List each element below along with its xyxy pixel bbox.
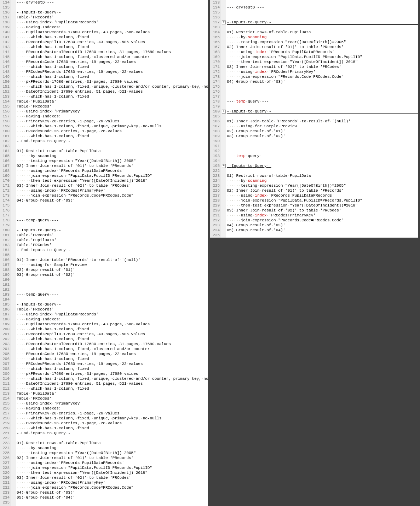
- code-line[interactable]: ····PrimaryKey·26·entries,·1·page,·26·va…: [17, 119, 208, 124]
- code-line[interactable]: 03)·Inner·Join·result·of·'02)'·to·table·…: [227, 208, 418, 213]
- code-line[interactable]: 04)·Group·result·of·'03)': [17, 198, 208, 203]
- code-line[interactable]: [17, 252, 208, 257]
- code-line[interactable]: [17, 500, 208, 505]
- code-line[interactable]: ······which·has·1·column,·fixed,·unique,…: [17, 84, 208, 89]
- code-line[interactable]: ······which·has·1·column,·fixed: [17, 356, 208, 361]
- code-line[interactable]: [17, 287, 208, 292]
- code-line[interactable]: [227, 84, 418, 89]
- code-line[interactable]: [17, 223, 208, 228]
- left-code-area[interactable]: ---·qryTestD·--- -·Inputs·to·Query·-Tabl…: [16, 0, 208, 506]
- code-line[interactable]: Table·'PRecords': [17, 233, 208, 238]
- code-line[interactable]: ······then·test·expression·"Year([DateOf…: [17, 470, 208, 475]
- left-pane[interactable]: 1341351361371381391401411421431441451461…: [0, 0, 210, 506]
- code-line[interactable]: ····PrimaryKey·26·entries,·1·page,·26·va…: [17, 411, 208, 416]
- code-line[interactable]: ······testing·expression·"Year([DateOfBi…: [17, 158, 208, 163]
- code-line[interactable]: ······using·for·Sample·Preview: [17, 262, 208, 267]
- code-line[interactable]: [227, 15, 418, 20]
- code-line[interactable]: ······join·expression·"PRecords.Code=PRC…: [227, 74, 418, 79]
- code-line[interactable]: 04)·Group·result·of·'03)': [227, 223, 418, 228]
- code-line[interactable]: ····PRCodesPRecords·17680·entries,·19·pa…: [17, 69, 208, 74]
- code-line[interactable]: 04)·Group·result·of·'03)': [17, 490, 208, 495]
- code-line[interactable]: -·Inputs·to·Query·-: [17, 228, 208, 233]
- code-line[interactable]: ······which·has·1·column,·fixed,·unique,…: [17, 376, 208, 381]
- code-line[interactable]: ······by·scanning: [17, 446, 208, 450]
- code-line[interactable]: ······which·has·1·column,·fixed: [17, 337, 208, 342]
- code-line[interactable]: -·End·inputs·to·Query·-: [17, 248, 208, 252]
- code-line[interactable]: 01)·Restrict·rows·of·table·PupilData: [17, 441, 208, 446]
- code-line[interactable]: 03)·Inner·Join·result·of·'02)'·to·table·…: [17, 475, 208, 480]
- code-line[interactable]: ······then·test·expression·"Year([DateOf…: [17, 178, 208, 183]
- code-line[interactable]: [227, 233, 418, 238]
- code-line[interactable]: -·Inputs·to·Query·-: [17, 302, 208, 307]
- code-line[interactable]: ····PRecordsPastoralRecordID·17680·entri…: [17, 342, 208, 347]
- code-line[interactable]: ····PupilDataPRecords·17680·entries,·43·…: [17, 30, 208, 35]
- code-line[interactable]: ······which·has·1·column,·fixed: [17, 74, 208, 79]
- code-line[interactable]: [227, 149, 418, 153]
- code-line[interactable]: ······which·has·1·column,·fixed: [17, 35, 208, 40]
- code-line[interactable]: ---·temp·query·---: [17, 292, 208, 297]
- code-line[interactable]: ····pkPRecords·17680·entries,·31·pages,·…: [17, 79, 208, 84]
- code-line[interactable]: 02)·Inner·Join·result·of·'01)'·to·table·…: [227, 188, 418, 193]
- code-line[interactable]: ---·qryTestD·---: [227, 5, 418, 10]
- code-line[interactable]: 02)·Inner·Join·result·of·'01)'·to·table·…: [17, 455, 208, 460]
- code-line[interactable]: ······by·scanning: [227, 35, 418, 40]
- code-line[interactable]: ······using·index·'PRCodes!PrimaryKey': [17, 188, 208, 193]
- code-line[interactable]: ····Using·index·'PupilDataPRecords': [17, 20, 208, 25]
- code-line[interactable]: ······which·has·1·column,·fixed,·cluster…: [17, 347, 208, 351]
- code-line[interactable]: Table·'PRCodes': [17, 243, 208, 248]
- code-line[interactable]: ······join·expression·"PRecords.Code=PRC…: [227, 218, 418, 223]
- code-line[interactable]: 05)·Group·result·of·'04)': [227, 228, 418, 233]
- code-line[interactable]: ······using·index·'PRCodes!PrimaryKey': [227, 69, 418, 74]
- code-line[interactable]: 04)·Group·result·of·'03)': [227, 79, 418, 84]
- code-line[interactable]: -·End·inputs·to·Query·-: [17, 431, 208, 436]
- code-line[interactable]: [227, 144, 418, 149]
- code-line[interactable]: ····PRecordsCode·17680·entries,·19·pages…: [17, 59, 208, 64]
- code-line[interactable]: ······join·expression·"PupilData.PupilID…: [227, 54, 418, 59]
- code-line[interactable]: ····PRecordsPupilID·17680·entries,·43·pa…: [17, 332, 208, 337]
- code-line[interactable]: ······by·scanning: [227, 178, 418, 183]
- code-line[interactable]: [17, 436, 208, 441]
- code-line[interactable]: 03)·Inner·Join·result·of·'02)'·to·table·…: [17, 183, 208, 188]
- code-line[interactable]: [227, 168, 418, 173]
- code-line[interactable]: ······join·expression·"PupilData.PupilID…: [17, 465, 208, 470]
- code-line[interactable]: 01)·Restrict·rows·of·table·PupilData: [227, 173, 418, 178]
- code-line[interactable]: [17, 203, 208, 208]
- code-line[interactable]: ····Having·Indexes:: [17, 25, 208, 30]
- code-line[interactable]: ---·temp·query·---: [227, 153, 418, 158]
- code-line[interactable]: ······using·index·'PRCodes!PrimaryKey': [227, 213, 418, 218]
- code-line[interactable]: ····Using·index·'PrimaryKey': [17, 401, 208, 406]
- code-line[interactable]: ····Using·index·'PrimaryKey': [17, 109, 208, 114]
- code-line[interactable]: 01)·Restrict·rows·of·table·PupilData: [227, 30, 418, 35]
- code-line[interactable]: Table·'PupilData': [17, 391, 208, 396]
- code-line[interactable]: ····pkPRecords·17680·entries,·31·pages,·…: [17, 371, 208, 376]
- code-line[interactable]: [17, 213, 208, 218]
- code-line[interactable]: ······using·index·'PRCodes!PrimaryKey': [17, 480, 208, 485]
- code-line[interactable]: Table·'PRecords': [17, 307, 208, 312]
- code-line[interactable]: ······which·has·1·column,·fixed,·unique,…: [17, 416, 208, 421]
- code-line[interactable]: ······which·has·1·column,·fixed,·unique,…: [17, 124, 208, 129]
- code-line[interactable]: ······testing·expression·"Year([DateOfBi…: [17, 450, 208, 455]
- code-line[interactable]: ····Using·index·'PupilDataPRecords': [17, 312, 208, 317]
- code-line[interactable]: ······by·scanning: [17, 153, 208, 158]
- code-line[interactable]: ······which·has·1·column,·fixed: [17, 45, 208, 50]
- code-line[interactable]: ······which·has·1·column,·fixed,·cluster…: [17, 54, 208, 59]
- code-line[interactable]: [17, 5, 208, 10]
- code-line[interactable]: [227, 158, 418, 163]
- code-line[interactable]: ······join·expression·"PupilData.PupilID…: [227, 198, 418, 203]
- code-line[interactable]: Table·'PupilData': [17, 99, 208, 104]
- code-line[interactable]: [17, 282, 208, 287]
- code-line[interactable]: [17, 297, 208, 302]
- fold-toggle-icon[interactable]: [221, 163, 226, 168]
- code-line[interactable]: Table·'PupilData': [17, 238, 208, 243]
- code-line[interactable]: ······testing·expression·"Year([DateOfBi…: [227, 40, 418, 45]
- code-line[interactable]: ······which·has·1·column,·fixed: [17, 426, 208, 431]
- right-pane[interactable]: 1331341351361371631641651661671681691701…: [210, 0, 418, 506]
- code-line[interactable]: ······using·index·'PRecords!PupilDataPRe…: [227, 193, 418, 198]
- code-line[interactable]: ····PRecordsPastoralRecordID·17680·entri…: [17, 50, 208, 54]
- code-line[interactable]: 02)·Group·result·of·'01)': [227, 129, 418, 134]
- code-line[interactable]: [227, 89, 418, 94]
- code-line[interactable]: ---·qryTestD·---: [17, 0, 208, 5]
- code-line[interactable]: -·Inputs·to·Query·-: [227, 163, 418, 168]
- code-line[interactable]: -·End·inputs·to·Query·-: [17, 139, 208, 144]
- code-line[interactable]: 01)·Inner·Join·table·'PRecords'·to·resul…: [227, 119, 418, 124]
